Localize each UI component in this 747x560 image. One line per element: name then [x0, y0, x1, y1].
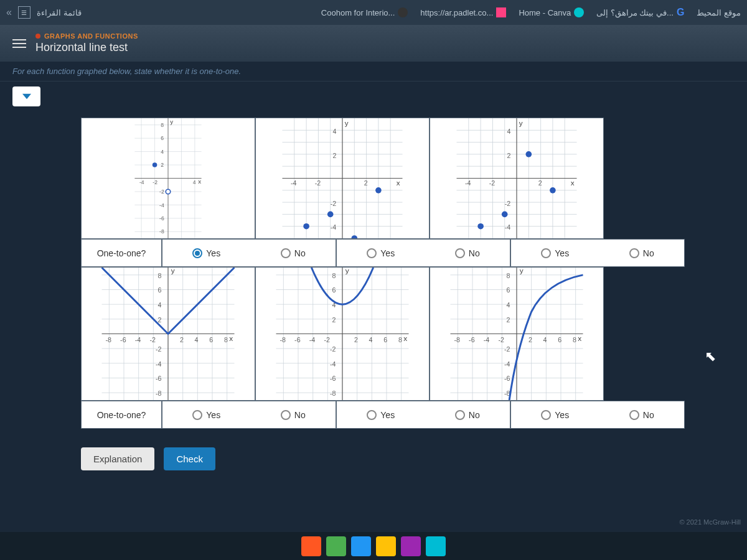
svg-text:-6: -6	[159, 215, 164, 222]
svg-text:-6: -6	[294, 336, 301, 343]
bookmark-arabic2[interactable]: موقع المحيط	[697, 8, 741, 17]
graph6-yes[interactable]: Yes	[541, 410, 569, 420]
svg-text:-6: -6	[504, 375, 510, 382]
graph3-yes[interactable]: Yes	[541, 248, 569, 258]
svg-text:-8: -8	[330, 390, 336, 397]
check-button[interactable]: Check	[164, 447, 215, 470]
svg-text:8: 8	[161, 122, 164, 128]
svg-text:-4: -4	[135, 336, 141, 343]
svg-text:2: 2	[538, 179, 542, 187]
svg-text:y: y	[170, 118, 173, 125]
copyright-text: © 2021 McGraw-Hill	[679, 518, 741, 526]
svg-text:y: y	[345, 268, 349, 275]
svg-text:8: 8	[332, 272, 336, 279]
svg-text:2: 2	[332, 316, 336, 324]
svg-text:-4: -4	[504, 360, 510, 368]
bookmark-canva[interactable]: Home - Canva	[519, 7, 584, 17]
bookmark-coohom[interactable]: Coohom for Interio...	[321, 7, 408, 17]
svg-text:8: 8	[506, 272, 510, 279]
graph2-yes[interactable]: Yes	[367, 248, 395, 258]
radio-icon	[367, 248, 377, 258]
section-label: GRAPHS AND FUNCTIONS	[35, 32, 735, 40]
svg-text:2: 2	[333, 152, 337, 159]
svg-text:-4: -4	[505, 223, 511, 231]
bookmark-padlet[interactable]: https://ar.padlet.co...	[420, 7, 506, 17]
svg-text:6: 6	[383, 336, 387, 343]
coohom-icon	[398, 7, 408, 17]
svg-text:4: 4	[157, 301, 161, 309]
svg-point-90	[550, 187, 556, 194]
radio-icon	[455, 248, 465, 258]
question-content: xy -4-24 2468 -2-4-6-8 xy -4-22 24 -2-4	[0, 111, 747, 435]
task-icon-2[interactable]	[326, 536, 346, 556]
reading-list-icon[interactable]: ☰	[18, 6, 31, 19]
reading-list-label[interactable]: قائمة القراءة	[37, 8, 82, 17]
graph2-no[interactable]: No	[455, 248, 480, 258]
svg-text:-2: -2	[324, 336, 330, 343]
svg-text:-4: -4	[309, 336, 316, 343]
svg-text:4: 4	[161, 149, 164, 155]
instruction-text: For each function graphed below, state w…	[0, 62, 747, 82]
svg-text:2: 2	[157, 316, 161, 324]
radio-icon	[367, 410, 377, 420]
graph-4: xy -8-6-4-2 2468 2468 -2-4-6-8	[81, 267, 255, 401]
graph-3: xy -4-22 24 -2-4	[430, 118, 604, 239]
task-icon-5[interactable]	[401, 536, 421, 556]
svg-text:-2: -2	[331, 200, 337, 207]
graph-4-svg: xy -8-6-4-2 2468 2468 -2-4-6-8	[82, 268, 255, 400]
svg-text:x: x	[397, 179, 400, 187]
svg-text:4: 4	[543, 336, 547, 343]
svg-text:-4: -4	[291, 179, 297, 187]
svg-text:-4: -4	[159, 202, 164, 208]
svg-text:-8: -8	[454, 336, 460, 343]
svg-point-88	[502, 212, 508, 218]
svg-text:6: 6	[161, 135, 164, 141]
graph4-yes[interactable]: Yes	[192, 410, 220, 420]
graph1-no[interactable]: No	[281, 248, 306, 258]
svg-text:-2: -2	[159, 189, 164, 195]
svg-text:-6: -6	[330, 375, 336, 382]
task-icon-4[interactable]	[376, 536, 396, 556]
radio-icon	[455, 410, 465, 420]
graph4-no[interactable]: No	[281, 410, 306, 420]
task-icon-3[interactable]	[351, 536, 371, 556]
taskbar	[0, 532, 747, 560]
svg-text:2: 2	[161, 162, 164, 168]
svg-point-89	[525, 151, 532, 157]
graph6-no[interactable]: No	[629, 410, 654, 420]
svg-text:x: x	[198, 178, 201, 185]
svg-point-27	[153, 162, 157, 167]
svg-text:-2: -2	[156, 345, 162, 353]
bookmark-arabic1[interactable]: في بيتك مراهق؟ إلى...G	[596, 7, 684, 18]
graph-1-svg: xy -4-24 2468 -2-4-6-8	[82, 118, 255, 238]
explanation-button[interactable]: Explanation	[81, 447, 154, 470]
svg-text:8: 8	[398, 336, 402, 343]
task-icon-1[interactable]	[301, 536, 321, 556]
svg-text:y: y	[520, 268, 524, 275]
dropdown-toggle[interactable]	[12, 86, 40, 106]
browser-bookmarks-bar: « ☰ قائمة القراءة Coohom for Interio... …	[0, 0, 747, 25]
svg-text:-2: -2	[330, 345, 336, 353]
svg-text:-4: -4	[139, 179, 144, 185]
svg-text:-2: -2	[505, 200, 511, 207]
svg-text:8: 8	[573, 336, 576, 343]
radio-icon	[192, 410, 202, 420]
graph-3-svg: xy -4-22 24 -2-4	[430, 118, 603, 238]
svg-text:-2: -2	[315, 179, 321, 187]
chevron-left-icon[interactable]: «	[6, 7, 12, 18]
row1-label: One-to-one?	[81, 239, 162, 267]
svg-point-56	[303, 223, 309, 230]
svg-text:2: 2	[507, 152, 511, 159]
svg-text:x: x	[578, 334, 581, 343]
svg-text:-6: -6	[156, 375, 162, 382]
graph1-yes[interactable]: Yes	[192, 248, 220, 258]
graph5-yes[interactable]: Yes	[367, 410, 395, 420]
radio-icon	[192, 248, 202, 258]
action-bar: Explanation Check	[0, 435, 747, 483]
task-icon-6[interactable]	[426, 536, 446, 556]
graph5-no[interactable]: No	[455, 410, 480, 420]
graph3-no[interactable]: No	[629, 248, 654, 258]
menu-icon[interactable]	[12, 39, 26, 48]
svg-text:-6: -6	[120, 336, 126, 343]
svg-text:4: 4	[195, 336, 199, 343]
